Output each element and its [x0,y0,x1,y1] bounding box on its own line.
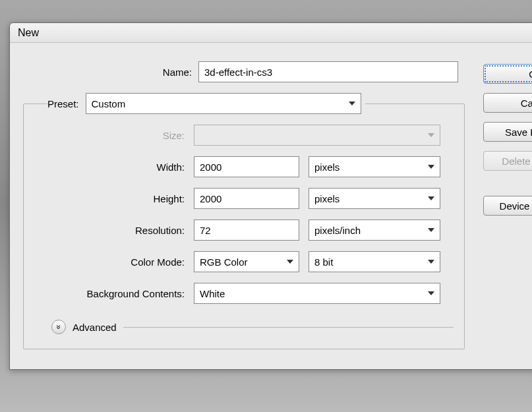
image-size-block: Image Size: 11.4M [483,304,532,330]
advanced-toggle[interactable]: » [51,320,66,334]
advanced-label: Advanced [73,322,117,333]
preset-fieldset: Preset: Custom Size: [23,93,465,349]
chevron-down-icon [428,196,434,200]
save-preset-button[interactable]: Save Preset... [483,122,532,142]
bgcontents-value: White [200,288,225,299]
width-unit-select[interactable]: pixels [309,156,440,177]
name-row: Name: [23,61,465,82]
height-label: Height: [34,193,185,204]
window-title: New [18,27,39,39]
colormode-select[interactable]: RGB Color [194,251,299,272]
chevron-down-icon [428,133,434,137]
divider [123,327,454,328]
size-label: Size: [34,130,185,141]
button-column: OK Cancel Save Preset... Delete Preset..… [483,61,532,349]
bitdepth-select[interactable]: 8 bit [309,251,440,272]
colormode-label: Color Mode: [34,256,185,268]
height-unit-value: pixels [314,193,340,204]
height-unit-select[interactable]: pixels [309,188,440,209]
chevron-down-icon [428,260,434,264]
dialog-window: New Name: Preset: Custom [9,22,532,370]
chevron-down-icon [287,260,293,264]
bgcontents-label: Background Contents: [34,288,185,299]
titlebar[interactable]: New [10,23,532,43]
resolution-input[interactable] [194,220,299,241]
resolution-unit-select[interactable]: pixels/inch [309,220,440,241]
image-size-value: 11.4M [483,319,532,330]
chevron-down-icon [428,165,434,169]
name-input[interactable] [198,61,458,82]
size-select [194,125,440,146]
image-size-label: Image Size: [483,304,532,315]
preset-label: Preset: [47,98,79,109]
bitdepth-value: 8 bit [314,256,333,268]
width-input[interactable] [194,156,299,177]
bgcontents-select[interactable]: White [194,283,440,304]
height-input[interactable] [194,188,299,209]
preset-value: Custom [92,98,126,109]
preset-select[interactable]: Custom [86,93,361,114]
resolution-label: Resolution: [34,225,185,236]
chevron-down-icon [349,102,355,105]
chevron-down-icon [428,228,434,232]
colormode-value: RGB Color [200,256,248,268]
name-label: Name: [23,67,198,78]
width-label: Width: [34,162,185,173]
width-unit-value: pixels [314,162,340,173]
cancel-button[interactable]: Cancel [483,93,532,113]
double-chevron-down-icon: » [55,325,63,330]
dialog-content: Name: Preset: Custom [10,43,532,356]
ok-button[interactable]: OK [483,64,532,84]
resolution-unit-value: pixels/inch [314,225,361,236]
advanced-row: » Advanced [34,320,454,334]
chevron-down-icon [428,291,434,295]
delete-preset-button: Delete Preset... [483,151,532,171]
device-central-button[interactable]: Device Central... [483,196,532,216]
